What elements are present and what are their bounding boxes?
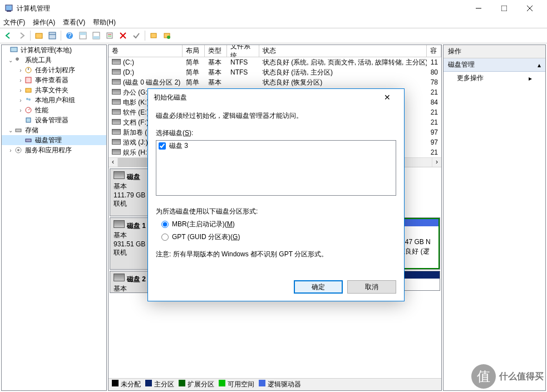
volume-row[interactable]: (磁盘 0 磁盘分区 2)简单基本状态良好 (恢复分区)78 — [109, 77, 441, 87]
cancel-button[interactable]: 取消 — [347, 280, 396, 294]
svg-rect-7 — [49, 32, 56, 39]
col-status[interactable]: 状态 — [259, 45, 427, 57]
volume-header: 卷 布局 类型 文件系统 状态 容 — [109, 45, 441, 57]
menu-file[interactable]: 文件(F) — [3, 18, 25, 27]
device-icon — [24, 116, 33, 125]
volume-row[interactable]: (C:)简单基本NTFS状态良好 (系统, 启动, 页面文件, 活动, 故障转储… — [109, 57, 441, 67]
actions-more[interactable]: 更多操作▸ — [443, 72, 545, 85]
properties-icon[interactable] — [33, 29, 45, 42]
tree-root[interactable]: 计算机管理(本地) — [2, 45, 106, 55]
clock-icon — [24, 66, 33, 75]
window-title: 计算机管理 — [17, 4, 466, 13]
initialize-disk-dialog: 初始化磁盘 ✕ 磁盘必须经过初始化，逻辑磁盘管理器才能访问。 选择磁盘(S): … — [147, 88, 405, 301]
show-hide-icon[interactable] — [46, 29, 58, 42]
rescan-icon[interactable] — [147, 29, 160, 42]
titlebar: 计算机管理 — [0, 0, 547, 17]
watermark: 值 什么值得买 — [471, 364, 544, 389]
svg-rect-0 — [6, 5, 12, 11]
ok-button[interactable]: 确定 — [294, 280, 343, 294]
tree-storage[interactable]: ⌄存储 — [2, 125, 106, 135]
dialog-close-button[interactable]: ✕ — [376, 90, 398, 105]
disk-select-list[interactable]: 磁盘 3 — [156, 140, 396, 196]
col-volume[interactable]: 卷 — [109, 45, 183, 57]
actions-section[interactable]: 磁盘管理▴ — [443, 58, 545, 72]
dialog-note: 注意: 所有早期版本的 Windows 都不识别 GPT 分区形式。 — [156, 250, 396, 259]
view-bottom-icon[interactable] — [90, 29, 102, 42]
svg-rect-14 — [93, 36, 100, 39]
nav-tree[interactable]: 计算机管理(本地) ⌄系统工具 ›任务计划程序 ›事件查看器 ›共享文件夹 ›本… — [1, 44, 107, 391]
dialog-intro: 磁盘必须经过初始化，逻辑磁盘管理器才能访问。 — [156, 111, 396, 121]
tree-disk-management[interactable]: 磁盘管理 — [2, 135, 106, 145]
svg-line-31 — [28, 108, 30, 110]
check-icon[interactable] — [130, 29, 142, 42]
legend: 未分配 主分区 扩展分区 可用空间 逻辑驱动器 — [109, 378, 441, 390]
legend-primary-box — [145, 380, 152, 386]
tree-performance[interactable]: ›性能 — [2, 105, 106, 115]
select-disk-label: 选择磁盘(S): — [156, 128, 396, 138]
services-icon — [14, 146, 23, 155]
volume-row[interactable]: (D:)简单基本NTFS状态良好 (活动, 主分区)80 — [109, 67, 441, 77]
maximize-button[interactable] — [491, 0, 517, 17]
close-button[interactable] — [517, 0, 543, 17]
tree-task-scheduler[interactable]: ›任务计划程序 — [2, 65, 106, 75]
svg-point-29 — [28, 98, 31, 101]
legend-free-box — [219, 380, 225, 386]
legend-unalloc-box — [112, 380, 119, 386]
actions-pane: 操作 磁盘管理▴ 更多操作▸ — [443, 44, 546, 391]
svg-point-36 — [17, 149, 19, 151]
users-icon — [24, 96, 33, 105]
disk-3-checkbox[interactable]: 磁盘 3 — [156, 141, 396, 151]
app-icon — [4, 4, 13, 13]
chevron-right-icon: ▸ — [529, 75, 532, 82]
perf-icon — [24, 106, 33, 115]
tree-device-manager[interactable]: 设备管理器 — [2, 115, 106, 125]
settings-icon[interactable] — [104, 29, 116, 42]
wrench-icon — [14, 56, 23, 64]
tree-event-viewer[interactable]: ›事件查看器 — [2, 75, 106, 85]
folder-share-icon — [24, 86, 33, 95]
dialog-titlebar: 初始化磁盘 ✕ — [148, 89, 404, 106]
menu-help[interactable]: 帮助(H) — [93, 18, 116, 27]
svg-point-22 — [167, 36, 170, 39]
menubar: 文件(F) 操作(A) 查看(V) 帮助(H) — [0, 17, 547, 28]
tree-services[interactable]: ›服务和应用程序 — [2, 145, 106, 155]
collapse-icon: ▴ — [538, 61, 541, 69]
view-top-icon[interactable] — [77, 29, 89, 42]
menu-action[interactable]: 操作(A) — [33, 18, 55, 27]
svg-point-28 — [26, 98, 28, 100]
minimize-button[interactable] — [466, 0, 491, 17]
mbr-radio[interactable]: MBR(主启动记录)(M) — [161, 220, 396, 229]
actions-header: 操作 — [443, 45, 545, 58]
disk-3-check[interactable] — [159, 142, 166, 150]
tree-system-tools[interactable]: ⌄系统工具 — [2, 55, 106, 65]
partition-style-label: 为所选磁盘使用以下磁盘分区形式: — [156, 207, 396, 216]
svg-text:?: ? — [68, 32, 72, 39]
svg-rect-3 — [501, 6, 507, 11]
action-icon[interactable] — [161, 29, 173, 42]
gpt-radio[interactable]: GPT (GUID 分区表)(G) — [161, 232, 396, 242]
col-fs[interactable]: 文件系统 — [227, 45, 259, 57]
svg-rect-6 — [36, 33, 42, 38]
svg-rect-12 — [80, 32, 86, 35]
svg-rect-1 — [7, 11, 11, 12]
legend-logical-box — [259, 380, 265, 386]
col-type[interactable]: 类型 — [205, 45, 227, 57]
menu-view[interactable]: 查看(V) — [63, 18, 85, 27]
back-button[interactable] — [2, 29, 14, 42]
tree-shared-folders[interactable]: ›共享文件夹 — [2, 85, 106, 95]
storage-icon — [14, 126, 23, 135]
disk-mgmt-icon — [24, 136, 33, 145]
computer-icon — [9, 46, 18, 54]
svg-rect-20 — [151, 33, 156, 38]
col-cap[interactable]: 容 — [427, 45, 441, 57]
forward-button[interactable] — [16, 29, 28, 42]
svg-rect-27 — [26, 88, 31, 92]
disk-icon — [114, 220, 125, 228]
event-icon — [24, 76, 33, 85]
svg-rect-15 — [107, 33, 112, 38]
col-layout[interactable]: 布局 — [183, 45, 205, 57]
delete-icon[interactable] — [117, 29, 129, 42]
tree-local-users[interactable]: ›本地用户和组 — [2, 95, 106, 105]
help-icon[interactable]: ? — [63, 29, 76, 42]
disk-icon — [114, 171, 125, 179]
